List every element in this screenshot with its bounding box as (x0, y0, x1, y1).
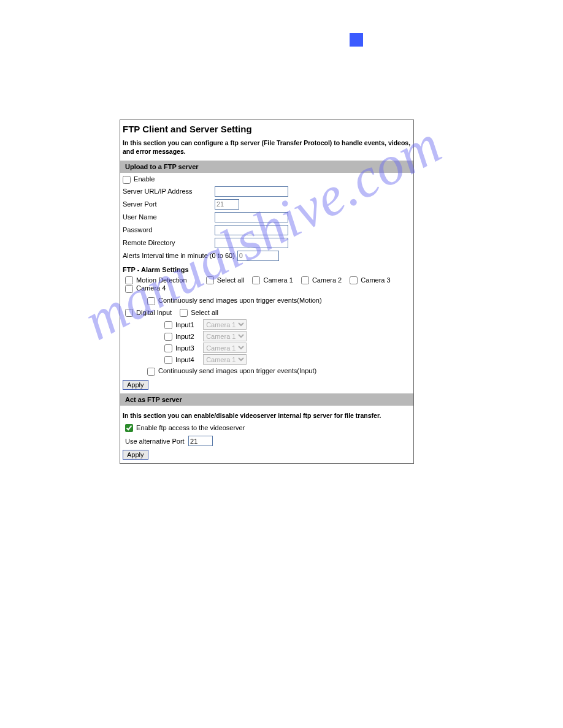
apply-upload-button[interactable]: Apply (123, 380, 148, 390)
apply-server-button[interactable]: Apply (123, 450, 148, 460)
alerts-interval-input[interactable] (237, 251, 279, 261)
motion-select-all-label: Select all (217, 276, 245, 284)
input4-label: Input4 (175, 356, 201, 363)
motion-detection-label: Motion Detection (136, 276, 187, 284)
motion-camera2-checkbox[interactable] (301, 276, 309, 284)
motion-camera4-label: Camera 4 (136, 284, 166, 292)
digital-input-checkbox[interactable] (125, 309, 133, 317)
panel-title: FTP Client and Server Setting (120, 120, 413, 137)
digital-input-label: Digital Input (136, 309, 172, 316)
server-port-label: Server Port (123, 200, 215, 208)
enable-ftp-server-label: Enable ftp access to the videoserver (136, 424, 245, 431)
cont-motion-label: Continuously send images upon trigger ev… (158, 297, 322, 304)
alt-port-input[interactable] (188, 436, 213, 446)
server-intro: In this section you can enable/disable v… (120, 406, 413, 423)
section-upload-header: Upload to a FTP server (120, 161, 413, 173)
remote-dir-label: Remote Directory (123, 239, 215, 246)
password-label: Password (123, 226, 215, 233)
alarm-settings-header: FTP - Alarm Settings (120, 262, 413, 275)
input3-checkbox[interactable] (164, 344, 172, 352)
server-port-input[interactable] (215, 199, 239, 210)
motion-camera1-checkbox[interactable] (252, 276, 260, 284)
motion-detection-checkbox[interactable] (125, 276, 133, 284)
decorative-square (350, 33, 363, 47)
password-input[interactable] (215, 225, 288, 235)
input4-camera-select[interactable]: Camera 1 (203, 354, 247, 365)
motion-camera3-checkbox[interactable] (350, 276, 358, 284)
alerts-interval-label: Alerts Interval time in minute (0 to 60) (123, 252, 235, 259)
di-select-all-checkbox[interactable] (180, 309, 188, 317)
input2-camera-select[interactable]: Camera 1 (203, 331, 247, 341)
input1-camera-select[interactable]: Camera 1 (203, 319, 247, 330)
server-url-label: Server URL/IP Address (123, 188, 215, 195)
input1-label: Input1 (175, 321, 201, 328)
motion-camera4-checkbox[interactable] (125, 285, 133, 293)
alt-port-label: Use alternative Port (125, 438, 186, 445)
input1-checkbox[interactable] (164, 321, 172, 329)
user-name-label: User Name (123, 213, 215, 221)
input3-camera-select[interactable]: Camera 1 (203, 343, 247, 353)
panel-intro: In this section you can configure a ftp … (120, 137, 413, 161)
di-select-all-label: Select all (191, 309, 218, 316)
cont-input-label: Continuously send images upon trigger ev… (158, 367, 316, 374)
cont-input-checkbox[interactable] (147, 368, 155, 376)
user-name-input[interactable] (215, 212, 288, 222)
ftp-settings-panel: FTP Client and Server Setting In this se… (120, 119, 414, 464)
enable-upload-checkbox[interactable] (123, 176, 131, 184)
input4-checkbox[interactable] (164, 356, 172, 364)
remote-dir-input[interactable] (215, 238, 288, 248)
server-url-input[interactable] (215, 186, 288, 197)
cont-motion-checkbox[interactable] (147, 297, 155, 305)
section-server-header: Act as FTP server (120, 393, 413, 406)
input2-label: Input2 (175, 333, 201, 340)
enable-upload-label: Enable (134, 175, 155, 183)
motion-camera1-label: Camera 1 (264, 276, 293, 284)
motion-select-all-checkbox[interactable] (206, 276, 214, 284)
motion-camera2-label: Camera 2 (312, 276, 342, 284)
motion-camera3-label: Camera 3 (361, 276, 390, 284)
input3-label: Input3 (175, 344, 201, 352)
enable-ftp-server-checkbox[interactable] (125, 424, 133, 432)
input2-checkbox[interactable] (164, 333, 172, 341)
